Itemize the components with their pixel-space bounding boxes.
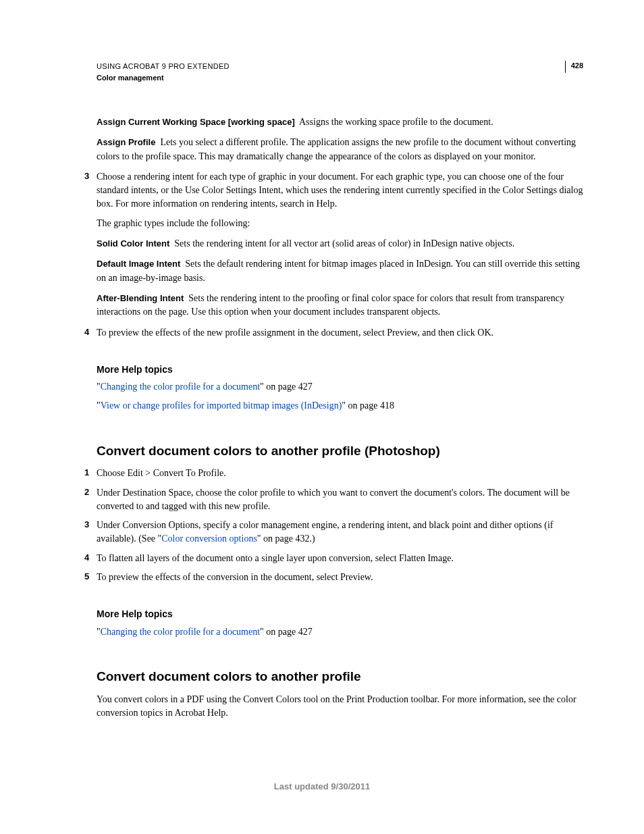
help-link[interactable]: Changing the color profile for a documen… [101, 627, 260, 637]
more-help-heading: More Help topics [97, 363, 583, 376]
step-text: Choose a rendering intent for each type … [97, 170, 583, 211]
definition-text: Assigns the working space profile to the… [299, 117, 493, 127]
numbered-step: 3 Under Conversion Options, specify a co… [97, 519, 583, 546]
link-suffix: " on page 418 [342, 400, 394, 411]
definition-text: Lets you select a different profile. The… [97, 137, 576, 161]
step-number: 4 [84, 552, 97, 565]
step-number: 4 [84, 326, 97, 340]
numbered-step: 5 To preview the effects of the conversi… [97, 571, 583, 584]
step-number: 3 [84, 170, 97, 211]
help-link[interactable]: View or change profiles for imported bit… [101, 400, 342, 411]
numbered-step: 4 To preview the effects of the new prof… [97, 326, 583, 340]
step-text-post: " on page 432.) [257, 533, 315, 544]
header-product: USING ACROBAT 9 PRO EXTENDED [97, 61, 230, 72]
definition-term: Assign Profile [97, 137, 155, 147]
link-suffix: " on page 427 [260, 382, 313, 392]
step-text: To flatten all layers of the document on… [97, 552, 583, 565]
definition-item: Assign Profile Lets you select a differe… [97, 136, 583, 163]
step-text: Under Destination Space, choose the colo… [97, 486, 583, 514]
definition-item: Default Image Intent Sets the default re… [97, 257, 583, 285]
page-header: USING ACROBAT 9 PRO EXTENDED Color manag… [97, 61, 583, 83]
definition-item: After-Blending Intent Sets the rendering… [97, 292, 583, 319]
header-title-block: USING ACROBAT 9 PRO EXTENDED Color manag… [97, 61, 230, 83]
header-section: Color management [97, 72, 230, 84]
numbered-step: 2 Under Destination Space, choose the co… [97, 486, 583, 514]
step-number: 1 [84, 467, 97, 480]
step-text: To preview the effects of the new profil… [97, 326, 583, 340]
step-text: Under Conversion Options, specify a colo… [97, 519, 583, 546]
step-number: 2 [84, 486, 97, 514]
definition-term: After-Blending Intent [97, 293, 184, 303]
help-link[interactable]: Changing the color profile for a documen… [101, 382, 260, 392]
definition-term: Assign Current Working Space [working sp… [97, 117, 295, 127]
definition-term: Solid Color Intent [97, 238, 169, 249]
paragraph: The graphic types include the following: [97, 217, 583, 230]
numbered-step: 3 Choose a rendering intent for each typ… [97, 170, 583, 211]
section-heading: Convert document colors to another profi… [97, 667, 583, 686]
help-link-line: "Changing the color profile for a docume… [97, 625, 583, 639]
more-help-heading: More Help topics [97, 607, 583, 621]
page-footer: Last updated 9/30/2011 [0, 781, 644, 793]
definition-term: Default Image Intent [97, 259, 180, 269]
help-link-line: "Changing the color profile for a docume… [97, 380, 583, 394]
numbered-step: 1 Choose Edit > Convert To Profile. [97, 467, 583, 480]
inline-link[interactable]: Color conversion options [161, 533, 257, 544]
link-suffix: " on page 427 [260, 627, 313, 637]
section-heading: Convert document colors to another profi… [97, 442, 583, 461]
page-body: Assign Current Working Space [working sp… [97, 115, 583, 720]
definition-item: Solid Color Intent Sets the rendering in… [97, 237, 583, 251]
paragraph: You convert colors in a PDF using the Co… [97, 693, 583, 721]
step-number: 3 [84, 519, 97, 546]
step-text: To preview the effects of the conversion… [97, 571, 583, 584]
help-link-line: "View or change profiles for imported bi… [97, 399, 583, 413]
page-number: 428 [565, 61, 583, 73]
numbered-step: 4 To flatten all layers of the document … [97, 552, 583, 565]
step-number: 5 [84, 571, 97, 584]
definition-text: Sets the rendering intent for all vector… [174, 238, 514, 249]
step-text: Choose Edit > Convert To Profile. [97, 467, 583, 480]
definition-item: Assign Current Working Space [working sp… [97, 115, 583, 129]
